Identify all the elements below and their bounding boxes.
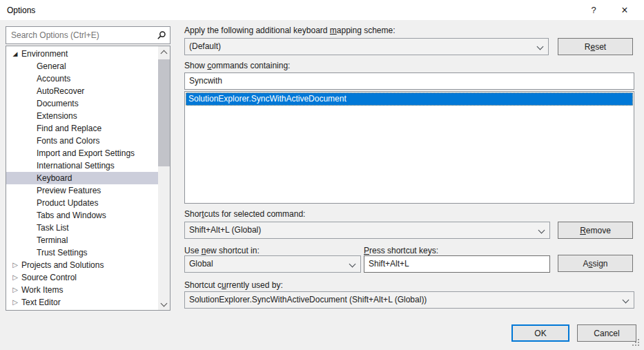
sidebar-item-autorecover[interactable]: AutoRecover: [6, 85, 158, 97]
sidebar-item-label: Text Editor: [21, 298, 61, 307]
show-commands-label: Show commands containing:: [184, 61, 290, 70]
sidebar-item-preview-features[interactable]: Preview Features: [6, 184, 158, 197]
triangle-expanded-icon[interactable]: ◢: [11, 48, 19, 60]
sidebar-item-projects-and-solutions[interactable]: ▷Projects and Solutions: [6, 259, 158, 271]
sidebar-item-label: Accounts: [37, 74, 70, 84]
sidebar-item-label: AutoRecover: [37, 86, 84, 96]
sidebar-item-label: Task List: [37, 223, 69, 233]
sidebar-item-label: Keyboard: [37, 173, 72, 183]
cancel-button[interactable]: Cancel: [577, 324, 636, 342]
sidebar-item-international-settings[interactable]: International Settings: [6, 159, 158, 172]
sidebar-item-label: Environment: [21, 49, 68, 59]
commands-list[interactable]: SolutionExplorer.SyncWithActiveDocument: [184, 91, 634, 204]
sidebar-item-fonts-and-colors[interactable]: Fonts and Colors: [6, 135, 158, 147]
search-placeholder: Search Options (Ctrl+E): [11, 30, 99, 40]
sidebar-item-label: Work Items: [21, 285, 63, 295]
sidebar-item-terminal[interactable]: Terminal: [6, 234, 158, 246]
sidebar-item-product-updates[interactable]: Product Updates: [6, 197, 158, 209]
sidebar-item-label: Tabs and Windows: [37, 211, 106, 220]
cancel-button-label: Cancel: [594, 329, 619, 338]
shortcut-used-by-label: Shortcut currently used by:: [184, 280, 283, 290]
sidebar-item-task-list[interactable]: Task List: [6, 222, 158, 234]
command-list-item-selected[interactable]: SolutionExplorer.SyncWithActiveDocument: [186, 93, 633, 106]
sidebar-item-documents[interactable]: Documents: [6, 97, 158, 110]
shortcuts-dropdown[interactable]: Shift+Alt+L (Global): [184, 222, 550, 239]
remove-button[interactable]: Remove: [558, 222, 633, 239]
sidebar-item-text-editor[interactable]: ▷Text Editor: [6, 296, 158, 309]
chevron-down-icon: [537, 43, 544, 50]
shortcut-used-by-value: SolutionExplorer.SyncWithActiveDocument …: [189, 295, 427, 304]
chevron-down-icon: [538, 227, 545, 234]
ok-button-label: OK: [534, 329, 546, 338]
triangle-collapsed-icon[interactable]: ▷: [11, 259, 19, 271]
options-dialog: Options ? × Search Options (Ctrl+E) ◢Env…: [0, 0, 644, 350]
shortcut-used-by-dropdown[interactable]: SolutionExplorer.SyncWithActiveDocument …: [184, 291, 634, 309]
search-input[interactable]: Search Options (Ctrl+E): [6, 26, 170, 44]
shortcuts-for-command-label: Shortcuts for selected command:: [184, 209, 305, 219]
assign-button-label: Assign: [583, 259, 607, 269]
close-button[interactable]: ×: [613, 0, 636, 20]
sidebar-item-label: Find and Replace: [37, 124, 101, 133]
sidebar-item-label: Projects and Solutions: [21, 260, 104, 270]
sidebar-item-label: International Settings: [37, 161, 115, 171]
press-shortcut-keys-value: Shift+Alt+L: [369, 259, 409, 269]
sidebar-item-keyboard[interactable]: Keyboard: [6, 172, 158, 184]
sidebar-item-source-control[interactable]: ▷Source Control: [6, 271, 158, 284]
sidebar-item-label: Terminal: [37, 235, 68, 245]
tree-scrollbar[interactable]: [158, 46, 170, 310]
sidebar-item-label: Trust Settings: [37, 248, 88, 257]
sidebar-item-import-and-export-settings[interactable]: Import and Export Settings: [6, 147, 158, 159]
scroll-up-icon[interactable]: [158, 46, 170, 58]
assign-button[interactable]: Assign: [558, 255, 633, 272]
commands-filter-input[interactable]: Syncwith: [184, 72, 634, 90]
triangle-collapsed-icon[interactable]: ▷: [11, 271, 19, 284]
search-icon[interactable]: [157, 30, 166, 42]
sidebar-item-general[interactable]: General: [6, 60, 158, 72]
help-button[interactable]: ?: [582, 0, 605, 20]
sidebar-item-tabs-and-windows[interactable]: Tabs and Windows: [6, 209, 158, 222]
tree-rows: ◢Environment General Accounts AutoRecove…: [6, 48, 158, 309]
sidebar-item-label: Preview Features: [37, 186, 101, 195]
mapping-scheme-dropdown[interactable]: (Default): [184, 38, 549, 55]
mapping-scheme-label: Apply the following additional keyboard …: [184, 26, 396, 35]
sidebar-item-work-items[interactable]: ▷Work Items: [6, 284, 158, 296]
shortcuts-value: Shift+Alt+L (Global): [189, 225, 261, 235]
remove-button-label: Remove: [580, 226, 611, 235]
press-shortcut-keys-input[interactable]: Shift+Alt+L: [364, 255, 550, 273]
triangle-collapsed-icon[interactable]: ▷: [11, 284, 19, 296]
sidebar-item-environment[interactable]: ◢Environment: [6, 48, 158, 60]
reset-button-label: Reset: [585, 42, 606, 52]
resize-grip[interactable]: [632, 339, 639, 346]
sidebar-item-find-and-replace[interactable]: Find and Replace: [6, 122, 158, 135]
scope-dropdown[interactable]: Global: [184, 255, 361, 273]
commands-filter-value: Syncwith: [189, 76, 222, 86]
sidebar-item-label: Documents: [37, 99, 79, 108]
sidebar-item-label: Source Control: [21, 273, 77, 282]
reset-button[interactable]: Reset: [558, 38, 633, 55]
scrollbar-thumb[interactable]: [158, 59, 170, 166]
sidebar-item-label: Product Updates: [37, 198, 98, 208]
sidebar-item-trust-settings[interactable]: Trust Settings: [6, 246, 158, 259]
sidebar-item-label: Extensions: [37, 111, 77, 121]
press-shortcut-keys-label: Press shortcut keys:: [364, 246, 438, 255]
scope-value: Global: [189, 259, 213, 269]
sidebar-item-label: General: [37, 61, 66, 71]
mapping-scheme-value: (Default): [189, 41, 221, 51]
sidebar-item-label: Import and Export Settings: [37, 148, 135, 158]
chevron-down-icon: [623, 297, 630, 304]
chevron-down-icon: [349, 261, 356, 268]
options-tree: ◢Environment General Accounts AutoRecove…: [6, 46, 170, 311]
ok-button[interactable]: OK: [511, 324, 569, 342]
scroll-down-icon[interactable]: [158, 298, 170, 310]
titlebar: Options ? ×: [0, 0, 644, 20]
sidebar-item-accounts[interactable]: Accounts: [6, 72, 158, 85]
sidebar-item-label: Fonts and Colors: [37, 136, 99, 146]
dialog-title: Options: [7, 6, 35, 15]
sidebar-item-extensions[interactable]: Extensions: [6, 110, 158, 122]
triangle-collapsed-icon[interactable]: ▷: [11, 296, 19, 309]
use-new-shortcut-in-label: Use new shortcut in:: [184, 246, 260, 255]
